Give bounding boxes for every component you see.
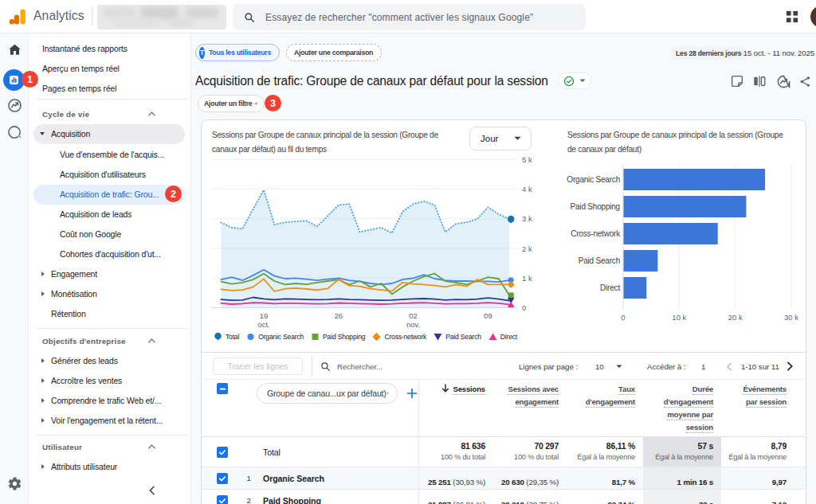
sidebar-item-attributs-utilisateur[interactable]: Attributs utilisateur <box>29 457 191 477</box>
sidebar-item-label: Vue d'ensemble de l'acquis... <box>60 150 164 159</box>
rail-explore-button[interactable] <box>0 97 29 114</box>
sidebar-item-acquisition-de-leads[interactable]: Acquisition de leads <box>29 205 191 225</box>
select-all-checkbox[interactable] <box>217 383 228 394</box>
legend-item-cross-network[interactable]: Cross-network <box>372 332 426 342</box>
goto-page-input[interactable]: 1 <box>701 353 705 380</box>
legend-item-paid-search[interactable]: Paid Search <box>434 332 481 342</box>
brand-title: Analytics <box>33 9 84 23</box>
series-endpoint-marker <box>508 292 514 298</box>
sidebar-item-co-t-non-google[interactable]: Coût non Google <box>29 225 191 244</box>
bar-x-axis-label: 0 <box>621 313 625 322</box>
column-header-1[interactable]: Sessions avecengagement <box>493 383 559 408</box>
add-filter-chip[interactable]: Ajouter un filtre <box>198 95 265 112</box>
sidebar-item-mon-tisation[interactable]: Monétisation <box>29 284 191 304</box>
notes-button[interactable] <box>728 72 746 90</box>
sidebar-item-engagement[interactable]: Engagement <box>29 264 191 284</box>
sidebar-item-r-tention[interactable]: Rétention <box>29 304 191 324</box>
row-checkbox[interactable] <box>217 473 228 484</box>
avatar[interactable] <box>810 6 816 28</box>
column-header-0[interactable]: Sessions <box>418 383 485 396</box>
row-value-1: 20 210 (28,75 %) <box>493 496 559 504</box>
prev-page-button[interactable] <box>726 353 732 380</box>
bar-direct[interactable] <box>624 277 647 299</box>
dimension-select[interactable]: Groupe de canau...ux par défaut) <box>257 383 398 404</box>
report-status-button[interactable] <box>558 72 591 89</box>
caret-down-icon[interactable] <box>616 365 622 369</box>
column-header-3[interactable]: Duréed'engagementmoyenne parsession <box>643 383 713 434</box>
rail-home-button[interactable] <box>0 42 29 57</box>
chip-all-users[interactable]: T Tous les utilisateurs <box>195 44 280 61</box>
column-header-text: Événements <box>743 385 787 395</box>
analytics-logo-icon[interactable] <box>8 7 27 26</box>
rows-per-page-select[interactable]: 10 <box>595 353 604 380</box>
compare-icon <box>752 74 767 88</box>
bar-organic-search[interactable] <box>624 169 766 190</box>
chevron-up-icon[interactable] <box>148 444 155 449</box>
sidebar-item-instantan-des-rapports[interactable]: Instantané des rapports <box>29 39 191 59</box>
chevron-up-icon[interactable] <box>148 111 155 116</box>
chip-add-comparison[interactable]: Ajouter une comparaison <box>286 44 382 61</box>
series-endpoint-marker <box>488 334 496 340</box>
table-search[interactable]: Rechercher... <box>320 353 382 380</box>
metric-subtext: Égal à la moyenne <box>567 453 635 461</box>
column-header-4[interactable]: Événementspar session <box>721 383 787 408</box>
plot-rows-button[interactable]: Tracer les lignes <box>213 357 303 375</box>
row-checkbox[interactable] <box>217 495 228 504</box>
sidebar-collapse-button[interactable] <box>142 481 161 500</box>
sidebar-item-vue-d-ensemble-de-l-acquis[interactable]: Vue d'ensemble de l'acquis... <box>29 145 191 165</box>
search-icon <box>244 12 255 23</box>
collapse-arrow-icon <box>41 358 45 363</box>
compare-reports-button[interactable] <box>751 72 768 90</box>
annotation-step-3: 3 <box>265 95 281 111</box>
share-button[interactable] <box>796 72 814 90</box>
legend-item-total[interactable]: Total <box>214 332 239 342</box>
total-value-0: 81 636100 % du total <box>418 442 485 461</box>
chart-legend: TotalOrganic SearchPaid ShoppingCross-ne… <box>214 332 517 342</box>
date-range-value[interactable]: 15 oct. - 11 nov. 2025 <box>743 49 814 57</box>
plus-icon <box>373 48 374 57</box>
account-property-selector[interactable] <box>97 5 226 29</box>
column-header-text: par session <box>746 397 787 408</box>
row-value-2: 92,34 % <box>567 496 635 504</box>
column-header-2[interactable]: Tauxd'engagement <box>567 383 635 408</box>
sidebar-item-aper-u-en-temps-r-el[interactable]: Aperçu en temps réel <box>29 59 191 79</box>
insights-button[interactable] <box>775 72 792 90</box>
bar-paid-shopping[interactable] <box>624 196 747 217</box>
line-chart[interactable]: 01 k2 k3 k4 k5 k19oct.2602nov.09 <box>202 156 544 335</box>
sidebar-item-acquisition[interactable]: Acquisition <box>29 124 191 144</box>
sidebar-item-g-n-rer-des-leads[interactable]: Générer des leads <box>29 351 191 371</box>
chevron-up-icon[interactable] <box>148 338 155 343</box>
sidebar-section-header: Objectifs d'entreprise <box>29 331 191 350</box>
row-checkbox[interactable] <box>217 447 228 458</box>
date-range-preset[interactable]: Les 28 derniers jours <box>671 47 746 60</box>
table-row-organic-search[interactable]: 1Organic Search25 251 (30,93 %)20 630 (2… <box>202 467 806 490</box>
apps-grid-icon[interactable] <box>786 10 798 23</box>
sidebar-item-acquisition-d-utilisateurs[interactable]: Acquisition d'utilisateurs <box>29 165 191 185</box>
interval-select[interactable]: Jour <box>469 127 532 150</box>
gear-icon <box>7 476 22 491</box>
sidebar-item-accro-tre-les-ventes[interactable]: Accroître les ventes <box>29 371 191 391</box>
sidebar-item-voir-l-engagement-et-la-r-tent[interactable]: Voir l'engagement et la rétent... <box>29 411 191 431</box>
rail-advertising-button[interactable] <box>0 124 29 141</box>
next-page-button[interactable] <box>787 353 794 380</box>
legend-item-organic-search[interactable]: Organic Search <box>246 332 304 342</box>
sidebar-item-pages-en-temps-r-el[interactable]: Pages en temps réel <box>29 79 191 99</box>
rail-admin-button[interactable] <box>0 476 29 491</box>
sidebar-item-comprendre-le-trafic-web-et[interactable]: Comprendre le trafic Web et/... <box>29 391 191 411</box>
bar-chart[interactable]: 010 k20 k30 kOrganic SearchPaid Shopping… <box>552 156 807 335</box>
home-icon <box>7 42 22 57</box>
global-search[interactable]: Essayez de rechercher "comment activer l… <box>233 4 586 30</box>
table-row-paid-shopping[interactable]: 2Paid Shopping21 887 (26,81 %)20 210 (28… <box>202 490 806 504</box>
goto-page-label: Accéder à : <box>647 353 685 380</box>
bar-paid-search[interactable] <box>624 250 658 272</box>
rows-per-page-label: Lignes par page : <box>519 353 578 380</box>
bar-cross-network[interactable] <box>624 223 718 244</box>
x-axis-label: 19 <box>260 311 269 320</box>
ga4-app: Analytics Essayez de rechercher "comment… <box>0 0 816 504</box>
column-header-text: Sessions <box>453 385 485 395</box>
legend-item-paid-shopping[interactable]: Paid Shopping <box>311 332 365 342</box>
sidebar-item-cohortes-d-acquisition-d-ut[interactable]: Cohortes d'acquisition d'ut... <box>29 244 191 264</box>
legend-item-direct[interactable]: Direct <box>488 332 517 342</box>
caret-down-icon <box>386 391 389 396</box>
row-value-4: 9,97 <box>721 474 787 488</box>
